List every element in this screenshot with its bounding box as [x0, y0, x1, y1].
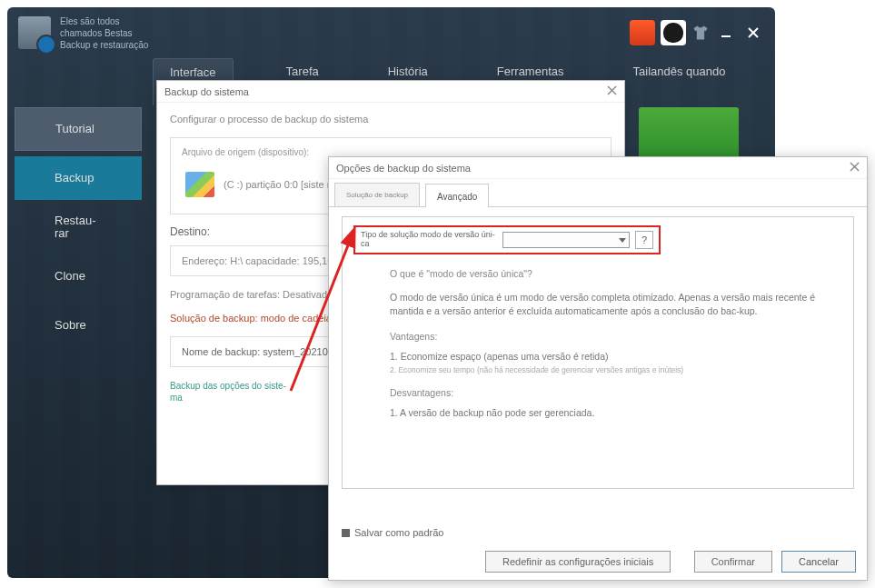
app-subtitle: Backup e restauração: [60, 39, 148, 51]
app-icon: [18, 16, 51, 49]
confirm-button[interactable]: Confirmar: [694, 551, 772, 573]
dialog1-titlebar: Backup do sistema: [157, 81, 624, 103]
dialog2-close-button[interactable]: [850, 162, 860, 174]
dialog2-footer: Redefinir as configurações iniciais Conf…: [340, 551, 856, 573]
skin-icon[interactable]: [691, 24, 710, 42]
explanation-description: O modo de versão única é um modo de vers…: [390, 291, 831, 320]
sidebar-item-tutorial[interactable]: Tutorial: [15, 107, 142, 151]
advantage-2: 2. Economize seu tempo (não há necessida…: [390, 364, 831, 376]
app-title: Eles são todos chamados Bestas Backup e …: [60, 15, 148, 51]
sidebar-item-about[interactable]: Sobre: [15, 304, 142, 347]
destination-value: Endereço: H:\ capacidade: 195,16 GF: [182, 255, 350, 266]
weibo-icon[interactable]: [630, 20, 655, 45]
tab-thai[interactable]: Tailandês quando: [617, 58, 742, 105]
titlebar: Eles são todos chamados Bestas Backup e …: [7, 7, 775, 58]
close-button[interactable]: [742, 22, 764, 44]
qq-icon[interactable]: [661, 20, 686, 45]
save-default-checkbox[interactable]: Salvar como padrão: [342, 527, 443, 538]
solution-type-label: Tipo de solução modo de versão úni- ca: [361, 231, 497, 249]
explanation-panel: O que é "modo de versão única"? O modo d…: [353, 254, 842, 421]
reset-button[interactable]: Redefinir as configurações iniciais: [485, 551, 671, 573]
sidebar-item-clone[interactable]: Clone: [15, 254, 142, 298]
annotation-highlight-2: Tipo de solução modo de versão úni- ca ?: [353, 225, 661, 254]
titlebar-right: [630, 20, 764, 45]
sidebar-item-restore[interactable]: Restau- rar: [15, 205, 142, 249]
dialog2-tabs: Solução de backup Avançado: [329, 183, 867, 207]
advantages-label: Vantagens:: [390, 330, 831, 344]
disadvantages-label: Desvantagens:: [390, 386, 831, 401]
dialog2-titlebar: Opções de backup do sistema: [329, 157, 867, 179]
backup-options-dialog: Opções de backup do sistema Solução de b…: [328, 156, 868, 581]
dialog1-heading: Configurar o processo de backup do siste…: [170, 114, 612, 125]
explanation-question: O que é "modo de versão única"?: [390, 267, 831, 282]
dialog1-title: Backup do sistema: [164, 86, 249, 97]
dialog2-title: Opções de backup do sistema: [336, 163, 471, 174]
disadvantage-1: 1. A versão de backup não pode ser geren…: [390, 406, 831, 421]
sidebar: Tutorial Backup Restau- rar Clone Sobre: [15, 107, 142, 353]
windows-icon: [185, 172, 214, 197]
backup-name-value: Nome de backup: system_202107: [182, 346, 333, 357]
advantage-1: 1. Economize espaço (apenas uma versão é…: [390, 350, 831, 364]
dialog1-close-button[interactable]: [607, 85, 617, 97]
solution-type-select[interactable]: [502, 232, 630, 248]
tab-advanced[interactable]: Avançado: [425, 184, 489, 207]
dialog2-body: Tipo de solução modo de versão úni- ca ?…: [329, 207, 867, 498]
sidebar-item-backup[interactable]: Backup: [15, 156, 142, 200]
minimize-button[interactable]: [715, 22, 737, 44]
checkbox-icon: [342, 529, 350, 537]
solution-panel: Tipo de solução modo de versão úni- ca ?…: [342, 216, 854, 489]
help-button[interactable]: ?: [635, 231, 653, 249]
source-value: (C :) partição 0:0 [siste r?: [224, 179, 336, 190]
save-default-label: Salvar como padrão: [354, 527, 443, 538]
app-title-line2: chamados Bestas: [60, 27, 148, 39]
tab-backup-solution[interactable]: Solução de backup: [334, 183, 420, 206]
cancel-button[interactable]: Cancelar: [781, 551, 856, 573]
app-title-line1: Eles são todos: [60, 15, 148, 27]
